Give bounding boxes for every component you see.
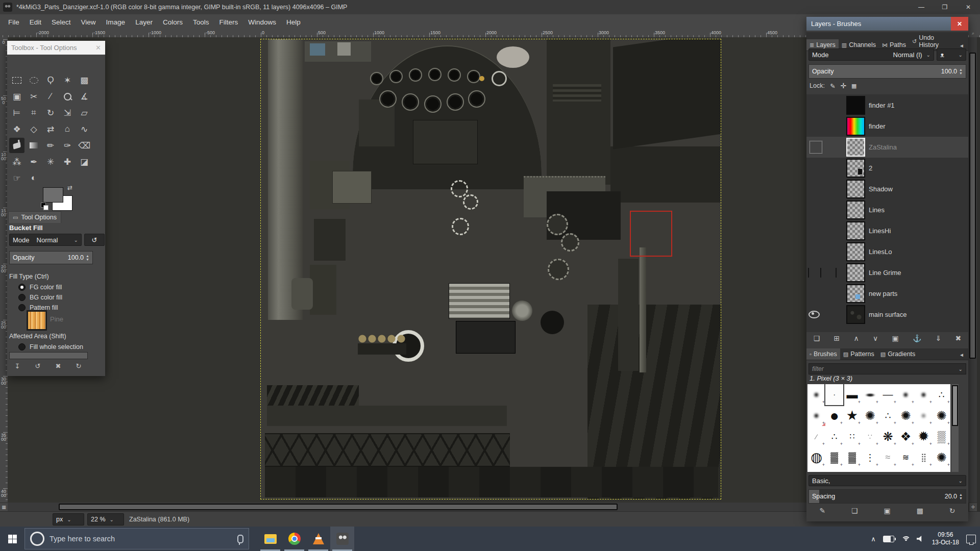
horizontal-scrollbar-thumb[interactable] — [59, 504, 618, 510]
save-options-button[interactable]: ↧ — [15, 362, 20, 370]
image-canvas[interactable] — [261, 39, 721, 499]
layer-row-Line-Grime[interactable]: Line Grime — [806, 262, 968, 283]
layer-opacity-slider[interactable]: Opacity 100.0 ▲▼ — [808, 64, 966, 79]
menu-image[interactable]: Image — [101, 16, 131, 29]
tool-eraser[interactable]: ⌫ — [77, 138, 92, 153]
anchor-layer-button[interactable]: ⚓ — [913, 334, 921, 342]
mode-group-dropdown[interactable]: ᴥ⌄ — [937, 48, 966, 61]
close-icon[interactable]: ✕ — [951, 17, 968, 31]
layer-row-2[interactable]: 2 — [806, 158, 968, 179]
tool-paintbrush[interactable]: ✑ — [60, 138, 75, 153]
brush-cell-cells[interactable]: ❖+ — [897, 426, 915, 447]
brush-cell-sparse[interactable]: ∴+ — [825, 426, 843, 447]
refresh-brushes-button[interactable]: ↻ — [949, 507, 955, 515]
wifi-icon[interactable] — [901, 536, 910, 541]
gimp-titlebar[interactable]: *4kMiG3_Parts_Danziger.xcf-1.0 (RGB colo… — [0, 0, 980, 14]
layer-name[interactable]: Shadow — [869, 185, 893, 193]
layer-name[interactable]: LinesHi — [869, 227, 891, 235]
foreground-color-swatch[interactable] — [43, 187, 63, 203]
tool-shear[interactable]: ▱ — [77, 105, 92, 120]
paint-mode-dropdown[interactable]: ModeNormal ⌄ — [9, 234, 82, 246]
tool-3d-transform[interactable]: ◇ — [26, 121, 41, 137]
layer-name[interactable]: finder — [869, 122, 886, 130]
navigation-button[interactable]: ✛ — [969, 503, 977, 511]
spinner-icon[interactable]: ▲▼ — [959, 493, 963, 500]
tool-dodge-burn[interactable]: ◐ — [26, 170, 41, 186]
brush-cell-soft[interactable]: ●+ — [915, 384, 933, 405]
layer-name[interactable]: ZaStalina — [869, 143, 897, 151]
layer-thumbnail[interactable] — [846, 96, 865, 115]
brush-cell-streak[interactable]: ❚+ — [897, 468, 915, 472]
brush-cell-soft[interactable]: ●+ — [807, 384, 825, 405]
layer-row-LinesLo[interactable]: LinesLo — [806, 241, 968, 262]
toolbox-titlebar[interactable]: Toolbox - Tool Options ✕ — [7, 41, 105, 55]
visibility-toggle[interactable] — [806, 241, 822, 262]
spinner-icon[interactable]: ▲▼ — [86, 254, 89, 261]
brush-cell-circle[interactable]: ●+ — [825, 405, 843, 426]
microphone-icon[interactable] — [237, 535, 243, 543]
tool-cage-transform[interactable]: ⌂ — [60, 121, 75, 137]
tool-pencil[interactable]: ✏ — [43, 138, 58, 153]
tool-scale[interactable]: ⇲ — [60, 105, 75, 120]
tool-fuzzy-select[interactable]: ✶ — [60, 72, 75, 88]
minimize-button[interactable]: — — [910, 0, 933, 14]
brush-cell-blob[interactable]: ✹+ — [825, 468, 843, 472]
swap-colors-icon[interactable]: ⇄ — [67, 184, 72, 191]
tab-gradients[interactable]: ▧Gradients — [877, 348, 919, 360]
tool-mypaint-brush[interactable]: ✳ — [43, 154, 58, 169]
tool-scissors[interactable]: ✂ — [26, 89, 41, 104]
visibility-toggle[interactable] — [806, 179, 822, 199]
layer-thumbnail[interactable] — [846, 159, 865, 178]
brush-cell-diag[interactable]: ∥+ — [933, 468, 950, 472]
tool-perspective-clone[interactable]: ◪ — [77, 154, 92, 169]
layer-name[interactable]: LinesLo — [869, 248, 892, 256]
menu-select[interactable]: Select — [46, 16, 76, 29]
layer-thumbnail[interactable] — [846, 117, 865, 136]
visibility-toggle[interactable] — [806, 283, 822, 304]
close-button[interactable]: ✕ — [957, 0, 980, 14]
tool-gradient[interactable] — [26, 138, 41, 153]
menu-edit[interactable]: Edit — [24, 16, 46, 29]
tray-chevron-icon[interactable]: ∧ — [871, 535, 876, 543]
visibility-toggle[interactable] — [806, 116, 822, 137]
layer-name[interactable]: finder #1 — [869, 102, 895, 109]
visibility-toggle[interactable] — [806, 158, 822, 179]
layers-window-titlebar[interactable]: Layers - Brushes ✕ — [806, 17, 968, 31]
tool-handle-transform[interactable]: ❖ — [9, 121, 24, 137]
brush-filter-input[interactable]: filter ⌄ — [808, 363, 966, 374]
brush-cell-smearv[interactable]: ▓+ — [879, 468, 897, 472]
default-colors-icon[interactable] — [41, 203, 48, 210]
delete-brush-button[interactable]: ▩ — [917, 507, 923, 515]
layer-thumbnail[interactable] — [846, 242, 865, 261]
raise-layer-button[interactable]: ∧ — [853, 334, 859, 342]
brush-cell-pills[interactable]: ≈+ — [879, 447, 897, 468]
brush-group-dropdown[interactable]: Basic, ⌄ — [808, 475, 966, 486]
layer-row-LinesHi[interactable]: LinesHi — [806, 220, 968, 241]
brush-cell-faint[interactable]: ░+ — [861, 468, 879, 472]
layer-thumbnail[interactable] — [846, 284, 865, 303]
tool-measure[interactable]: ∡ — [77, 89, 92, 104]
menu-windows[interactable]: Windows — [243, 16, 281, 29]
brush-cell-faintdots[interactable]: ∵+ — [861, 426, 879, 447]
new-brush-button[interactable]: ❏ — [851, 507, 858, 515]
brush-cell-web[interactable]: ❋+ — [879, 426, 897, 447]
brush-cell-dotsv[interactable]: ⋮+ — [861, 447, 879, 468]
tab-menu-button[interactable]: ◄ — [955, 350, 968, 360]
menu-colors[interactable]: Colors — [158, 16, 188, 29]
tab-patterns[interactable]: ▨Patterns — [840, 348, 877, 360]
tool-select-by-color[interactable]: ▩ — [77, 72, 92, 88]
layer-name[interactable]: Line Grime — [869, 269, 901, 277]
delete-layer-button[interactable]: ✖ — [955, 334, 962, 342]
new-layer-button[interactable]: ❏ — [814, 334, 820, 342]
taskbar-file-explorer[interactable] — [258, 527, 282, 551]
layer-row-Shadow[interactable]: Shadow — [806, 179, 968, 199]
brush-cell-line[interactable]: —+ — [879, 384, 897, 405]
brush-cell-sliver[interactable]: ∕+ — [807, 426, 825, 447]
restore-options-button[interactable]: ↺ — [35, 362, 41, 370]
tool-rotate[interactable]: ↻ — [43, 105, 58, 120]
duplicate-layer-button[interactable]: ▣ — [892, 334, 898, 342]
brush-cell-splat[interactable]: ✺+ — [897, 405, 915, 426]
layer-name[interactable]: 2 — [869, 164, 872, 172]
menu-help[interactable]: Help — [281, 16, 306, 29]
layer-name[interactable]: Lines — [869, 206, 885, 214]
